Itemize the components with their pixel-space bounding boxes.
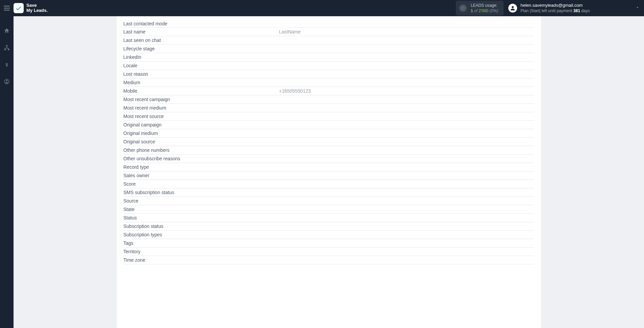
info-icon xyxy=(459,4,467,12)
field-label: State xyxy=(124,207,279,212)
svg-rect-4 xyxy=(6,45,8,47)
field-row[interactable]: Subscription status xyxy=(124,222,534,231)
field-row[interactable]: Last seen on chat xyxy=(124,36,534,45)
field-row[interactable]: Tags xyxy=(124,239,534,248)
avatar-icon xyxy=(508,4,517,13)
plan-days: 381 xyxy=(573,8,580,13)
field-label: Last seen on chat xyxy=(124,38,279,43)
plan-suffix: days xyxy=(580,8,590,13)
field-row[interactable]: Original campaign xyxy=(124,121,534,129)
chevron-down-icon xyxy=(635,5,640,10)
field-table: Last contacted modeLast nameLastNameLast… xyxy=(124,16,534,264)
field-label: Time zone xyxy=(124,257,279,263)
field-label: Other phone numbers xyxy=(124,147,279,153)
svg-rect-6 xyxy=(8,49,9,50)
field-label: Last contacted mode xyxy=(124,21,279,26)
brand-line-2: My Leads. xyxy=(26,8,48,13)
field-label: Territory xyxy=(124,249,279,254)
usage-box[interactable]: LEADS usage: 1 of 2'000 (0%) xyxy=(456,1,504,16)
field-row[interactable]: Other phone numbers xyxy=(124,146,534,155)
field-row[interactable]: SMS subscription status xyxy=(124,188,534,197)
field-label: Most recent medium xyxy=(124,105,279,111)
usage-line: 1 of 2'000 (0%) xyxy=(471,8,498,14)
layout: $ Last contacted modeLast nameLastNameLa… xyxy=(0,16,644,328)
field-row[interactable]: Most recent medium xyxy=(124,104,534,112)
field-label: Tags xyxy=(124,240,279,246)
plan-prefix: Plan |Start| left until payment xyxy=(520,8,573,13)
usage-label: LEADS usage: xyxy=(471,3,498,8)
field-label: Mobile xyxy=(124,88,279,94)
content-panel: Last contacted modeLast nameLastNameLast… xyxy=(117,16,541,328)
svg-text:$: $ xyxy=(5,62,8,67)
field-row[interactable]: Most recent source xyxy=(124,112,534,121)
sidebar-item-billing[interactable]: $ xyxy=(0,60,14,69)
sidebar-item-account[interactable] xyxy=(0,77,14,86)
account-area[interactable]: helen.savemyleads@gmail.com Plan |Start|… xyxy=(508,3,590,13)
dollar-icon: $ xyxy=(4,62,10,68)
field-label: Subscription status xyxy=(124,224,279,229)
home-icon xyxy=(4,28,10,34)
field-label: Original medium xyxy=(124,131,279,136)
field-label: Last name xyxy=(124,29,279,34)
field-label: Most recent source xyxy=(124,114,279,119)
sidebar-item-home[interactable] xyxy=(0,26,14,35)
field-label: Most recent campaign xyxy=(124,97,279,102)
menu-toggle[interactable] xyxy=(0,0,14,16)
field-label: Source xyxy=(124,198,279,204)
field-label: Locale xyxy=(124,63,279,68)
logo-area[interactable]: Save My Leads. xyxy=(14,3,48,13)
svg-rect-1 xyxy=(463,8,463,9)
field-label: Subscription types xyxy=(124,232,279,237)
sidebar: $ xyxy=(0,16,14,328)
field-row[interactable]: Time zone xyxy=(124,256,534,264)
brand-line-1: Save xyxy=(26,3,48,8)
field-label: Other unsubscribe reasons xyxy=(124,156,279,161)
field-value: +16505550123 xyxy=(279,88,534,94)
header-right: LEADS usage: 1 of 2'000 (0%) helen.savem… xyxy=(456,1,640,16)
field-label: LinkedIn xyxy=(124,54,279,60)
field-row[interactable]: Original source xyxy=(124,138,534,146)
field-row[interactable]: Most recent campaign xyxy=(124,95,534,104)
svg-rect-2 xyxy=(463,7,463,7)
field-label: Lifecycle stage xyxy=(124,46,279,51)
usage-pct: (0%) xyxy=(490,8,498,13)
sidebar-item-connections[interactable] xyxy=(0,43,14,52)
field-label: SMS subscription status xyxy=(124,190,279,195)
field-row[interactable]: Record type xyxy=(124,163,534,171)
usage-total: 2'000 xyxy=(479,8,488,13)
field-row[interactable]: State xyxy=(124,205,534,214)
hamburger-icon xyxy=(4,6,10,10)
field-row[interactable]: Sales owner xyxy=(124,171,534,180)
account-email: helen.savemyleads@gmail.com xyxy=(520,3,590,8)
svg-point-3 xyxy=(512,6,514,8)
field-row[interactable]: Mobile+16505550123 xyxy=(124,87,534,95)
field-row[interactable]: Lifecycle stage xyxy=(124,45,534,53)
account-plan: Plan |Start| left until payment 381 days xyxy=(520,8,590,14)
field-row[interactable]: Medium xyxy=(124,78,534,87)
field-row[interactable]: Territory xyxy=(124,248,534,256)
field-row[interactable]: LinkedIn xyxy=(124,53,534,62)
sitemap-icon xyxy=(4,45,10,51)
field-row[interactable]: Original medium xyxy=(124,129,534,138)
main-area: Last contacted modeLast nameLastNameLast… xyxy=(14,16,644,328)
field-row[interactable]: Status xyxy=(124,214,534,222)
field-row[interactable]: Lost reason xyxy=(124,70,534,78)
field-label: Original source xyxy=(124,139,279,144)
field-row[interactable]: Score xyxy=(124,180,534,188)
field-value: LastName xyxy=(279,29,534,34)
svg-rect-5 xyxy=(4,49,6,50)
field-row[interactable]: Other unsubscribe reasons xyxy=(124,155,534,163)
logo-icon xyxy=(14,3,24,13)
field-row[interactable]: Last contacted mode xyxy=(124,16,534,28)
field-label: Original campaign xyxy=(124,122,279,127)
usage-text: LEADS usage: 1 of 2'000 (0%) xyxy=(471,3,498,14)
field-row[interactable]: Locale xyxy=(124,62,534,70)
field-label: Sales owner xyxy=(124,173,279,178)
field-row[interactable]: Subscription types xyxy=(124,231,534,239)
field-label: Score xyxy=(124,181,279,187)
field-row[interactable]: Last nameLastName xyxy=(124,28,534,36)
brand-text: Save My Leads. xyxy=(26,3,48,13)
field-row[interactable]: Source xyxy=(124,197,534,205)
field-label: Record type xyxy=(124,164,279,170)
account-chevron[interactable] xyxy=(635,5,640,11)
